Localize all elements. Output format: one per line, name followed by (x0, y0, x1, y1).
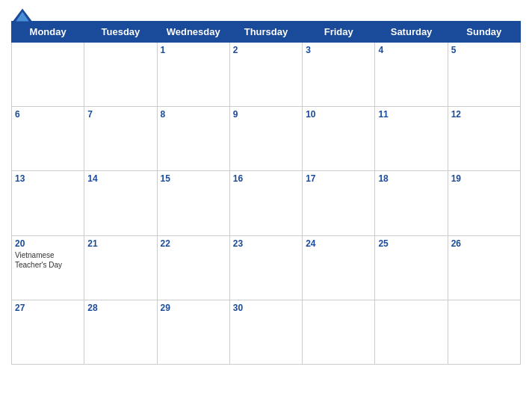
calendar-cell (448, 300, 520, 364)
calendar-cell: 25 (375, 235, 448, 300)
calendar-week-row: 6789101112 (12, 107, 521, 171)
weekday-header-sunday: Sunday (448, 22, 520, 43)
calendar-cell: 12 (448, 107, 520, 171)
day-number: 2 (233, 45, 299, 55)
calendar-cell: 2 (229, 43, 302, 107)
calendar-cell: 10 (303, 107, 375, 171)
day-number: 24 (306, 238, 371, 249)
day-number: 10 (306, 109, 371, 120)
calendar-cell: 19 (448, 171, 520, 235)
calendar-cell: 15 (157, 171, 229, 235)
day-number: 12 (451, 109, 517, 120)
calendar-cell: 22 (157, 235, 229, 300)
day-number: 9 (233, 109, 299, 120)
day-number: 27 (15, 303, 81, 313)
calendar-cell: 6 (12, 107, 84, 171)
calendar-tbody: 1234567891011121314151617181920Vietnames… (12, 43, 521, 365)
day-number: 20 (15, 238, 81, 249)
calendar-cell: 9 (229, 107, 302, 171)
day-number: 13 (15, 173, 81, 184)
day-number: 15 (161, 173, 226, 184)
calendar-cell: 8 (157, 107, 229, 171)
day-number: 4 (378, 45, 444, 55)
calendar-cell: 26 (448, 235, 520, 300)
weekday-header-monday: Monday (12, 22, 84, 43)
weekday-header-wednesday: Wednesday (157, 22, 229, 43)
weekday-header-tuesday: Tuesday (84, 22, 157, 43)
calendar-cell: 1 (157, 43, 229, 107)
day-number: 28 (87, 303, 153, 313)
calendar-cell: 7 (84, 107, 157, 171)
day-number: 3 (306, 45, 371, 55)
day-number: 19 (451, 173, 517, 184)
day-number: 5 (451, 45, 517, 55)
calendar-cell: 3 (303, 43, 375, 107)
calendar-cell: 23 (229, 235, 302, 300)
calendar-cell: 17 (303, 171, 375, 235)
weekday-header-row: MondayTuesdayWednesdayThursdayFridaySatu… (12, 22, 521, 43)
calendar-cell: 11 (375, 107, 448, 171)
calendar-week-row: 12345 (12, 43, 521, 107)
day-number: 25 (378, 238, 444, 249)
day-number: 22 (161, 238, 226, 249)
calendar-cell: 4 (375, 43, 448, 107)
calendar-cell: 27 (12, 300, 84, 364)
calendar-cell: 30 (229, 300, 302, 364)
calendar-thead: MondayTuesdayWednesdayThursdayFridaySatu… (12, 22, 521, 43)
calendar-week-row: 20Vietnamese Teacher's Day212223242526 (12, 235, 521, 300)
calendar-cell: 29 (157, 300, 229, 364)
day-number: 11 (378, 109, 444, 120)
calendar-header (11, 7, 521, 15)
calendar-week-row: 13141516171819 (12, 171, 521, 235)
logo-area (11, 7, 36, 22)
day-number: 18 (378, 173, 444, 184)
day-number: 14 (87, 173, 153, 184)
calendar-cell: 24 (303, 235, 375, 300)
calendar-cell: 13 (12, 171, 84, 235)
calendar-cell (84, 43, 157, 107)
calendar-cell: 20Vietnamese Teacher's Day (12, 235, 84, 300)
general-blue-icon (11, 7, 34, 22)
logo-container (11, 7, 36, 22)
day-number: 23 (233, 238, 299, 249)
calendar-cell (375, 300, 448, 364)
day-number: 7 (87, 109, 153, 120)
calendar-cell: 5 (448, 43, 520, 107)
calendar-cell (12, 43, 84, 107)
calendar-cell: 14 (84, 171, 157, 235)
weekday-header-thursday: Thursday (229, 22, 302, 43)
weekday-header-saturday: Saturday (375, 22, 448, 43)
calendar-cell: 18 (375, 171, 448, 235)
calendar-cell (303, 300, 375, 364)
calendar-cell: 28 (84, 300, 157, 364)
calendar-table: MondayTuesdayWednesdayThursdayFridaySatu… (11, 21, 521, 365)
holiday-text: Vietnamese Teacher's Day (15, 250, 81, 270)
day-number: 16 (233, 173, 299, 184)
calendar-cell: 16 (229, 171, 302, 235)
weekday-header-friday: Friday (303, 22, 375, 43)
calendar-week-row: 27282930 (12, 300, 521, 364)
calendar-wrapper: MondayTuesdayWednesdayThursdayFridaySatu… (0, 0, 532, 411)
day-number: 8 (161, 109, 226, 120)
day-number: 21 (87, 238, 153, 249)
day-number: 30 (233, 303, 299, 313)
day-number: 17 (306, 173, 371, 184)
day-number: 26 (451, 238, 517, 249)
day-number: 6 (15, 109, 81, 120)
calendar-cell: 21 (84, 235, 157, 300)
day-number: 1 (161, 45, 226, 55)
day-number: 29 (161, 303, 226, 313)
